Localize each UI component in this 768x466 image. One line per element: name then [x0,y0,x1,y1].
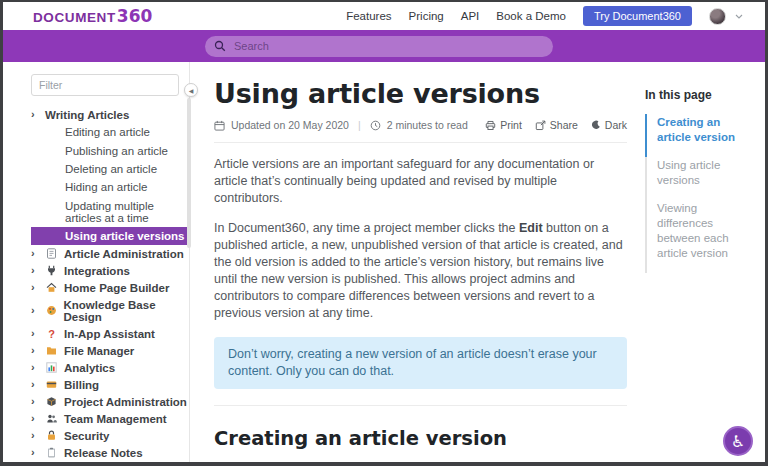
top-navigation: Features Pricing API Book a Demo Try Doc… [346,6,743,26]
moon-icon [591,120,601,130]
sidebar-scrollbar[interactable] [187,98,191,248]
sidebar-item-knowledge-base-design[interactable]: › Knowledge Base Design [31,296,189,325]
box-icon [45,396,58,407]
sidebar-item-writing-articles[interactable]: › Writing Articles [31,106,189,123]
toc-link-viewing-differences[interactable]: Viewing differences between each article… [645,200,755,273]
toc-link-creating-an-article-version[interactable]: Creating an article version [645,114,755,157]
page-title: Using article versions [214,78,627,109]
toc-title: In this page [645,88,755,102]
dark-mode-toggle[interactable]: Dark [591,119,627,131]
sidebar-item-home-page-builder[interactable]: › Home Page Builder [31,279,189,296]
print-button[interactable]: Print [485,119,522,131]
nav-book-a-demo[interactable]: Book a Demo [496,10,566,22]
plug-icon [45,265,58,276]
printer-icon [485,120,496,131]
sidebar-item-release-notes[interactable]: › Release Notes [31,444,189,461]
lock-icon [45,430,58,441]
sidebar-item-editing-an-article[interactable]: Editing an article [65,123,189,141]
chevron-right-icon: › [31,282,39,293]
document360-logo[interactable]: DOCUMENT360 [33,6,152,26]
category-sidebar: › Writing Articles Editing an article Pu… [3,62,190,462]
chevron-right-icon: › [31,430,39,441]
nav-pricing[interactable]: Pricing [409,10,444,22]
folder-icon [45,345,58,356]
chevron-right-icon: › [31,362,39,373]
tree-section-label: Writing Articles [45,109,129,121]
updated-date: Updated on 20 May 2020 [231,119,349,131]
info-callout: Don’t worry, creating a new version of a… [214,337,627,389]
chevron-right-icon: › [31,328,39,339]
house-icon [45,282,58,293]
nav-api[interactable]: API [461,10,480,22]
chevron-right-icon: › [31,447,39,458]
sidebar-item-file-manager[interactable]: › File Manager [31,342,189,359]
search-box[interactable] [205,36,553,57]
try-document360-button[interactable]: Try Document360 [583,6,692,26]
divider [214,142,627,143]
category-tree: › Writing Articles Editing an article Pu… [31,106,189,461]
sidebar-item-billing[interactable]: › Billing [31,376,189,393]
top-header: DOCUMENT360 Features Pricing API Book a … [3,2,765,30]
logo-360: 360 [117,6,153,26]
document360-kb-window: DOCUMENT360 Features Pricing API Book a … [0,0,768,466]
calendar-icon [214,120,225,131]
search-icon [214,40,226,52]
divider [214,405,627,406]
sidebar-item-project-administration[interactable]: › Project Administration [31,393,189,410]
sidebar-item-analytics[interactable]: › Analytics [31,359,189,376]
sidebar-item-hiding-an-article[interactable]: Hiding an article [65,178,189,196]
search-input[interactable] [232,39,544,53]
filter-input[interactable] [31,74,179,96]
palette-icon [45,305,58,316]
toc-link-using-article-versions[interactable]: Using article versions [645,157,755,200]
sidebar-item-using-article-versions[interactable]: Using article versions [31,227,189,245]
accessibility-widget-button[interactable]: ♿ [723,426,753,456]
share-icon [535,120,546,131]
clipboard-icon [45,447,58,458]
sidebar-item-integrations[interactable]: › Integrations [31,262,189,279]
sidebar-item-deleting-an-article[interactable]: Deleting an article [65,160,189,178]
sidebar-collapse-button[interactable]: ◀ [184,83,198,97]
paragraph-1: Article versions are an important safegu… [214,156,627,207]
article-actions: Print Share Dark [485,119,627,131]
chevron-right-icon: › [31,396,39,407]
logo-text: DOCUMENT [33,10,116,25]
chevron-right-icon: › [31,379,39,390]
chevron-right-icon: › [31,109,39,120]
chevron-right-icon: › [31,345,39,356]
sidebar-item-in-app-assistant[interactable]: › ? In-App Assistant [31,325,189,342]
search-band [3,30,765,62]
chevron-down-icon[interactable] [735,14,743,19]
chevron-right-icon: › [31,413,39,424]
nav-features[interactable]: Features [346,10,391,22]
sidebar-item-updating-multiple-articles[interactable]: Updating multiple articles at a time [65,197,189,227]
paragraph-2: In Document360, any time a project membe… [214,220,627,322]
document-icon [45,248,58,259]
chevron-right-icon: › [31,248,39,259]
read-time: 2 minutes to read [387,119,468,131]
sidebar-item-security[interactable]: › Security [31,427,189,444]
chevron-right-icon: › [31,305,39,316]
sidebar-item-article-administration[interactable]: › Article Administration [31,245,189,262]
section-heading: Creating an article version [214,427,627,450]
article-content: Using article versions Updated on 20 May… [190,62,645,462]
article-meta: Updated on 20 May 2020 | 2 minutes to re… [214,119,627,131]
chevron-right-icon: › [31,265,39,276]
question-mark-icon: ? [45,328,58,339]
sidebar-item-team-management[interactable]: › Team Management [31,410,189,427]
user-avatar[interactable] [709,8,726,25]
clock-icon [370,120,381,131]
people-icon [45,413,58,424]
meta-separator: | [358,119,361,131]
credit-card-icon [45,379,58,390]
in-this-page-panel: In this page Creating an article version… [645,62,765,462]
sidebar-item-publishing-an-article[interactable]: Publishing an article [65,141,189,159]
share-button[interactable]: Share [535,119,578,131]
bar-chart-icon [45,362,58,373]
tree-children: Editing an article Publishing an article… [65,123,189,245]
